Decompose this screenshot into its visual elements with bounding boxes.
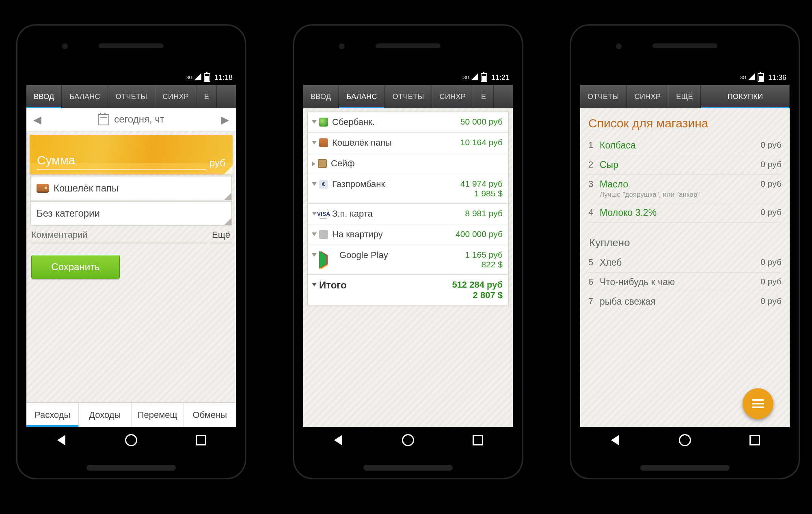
amount-placeholder: Сумма bbox=[37, 153, 206, 170]
account-row[interactable]: Сбербанк. 50 000 руб bbox=[308, 112, 508, 133]
nav-back-button[interactable] bbox=[329, 431, 348, 449]
account-name: Газпромбанк bbox=[332, 179, 460, 189]
save-button[interactable]: Сохранить bbox=[31, 255, 120, 279]
nav-home-button[interactable] bbox=[676, 431, 694, 449]
bank-gpb-icon bbox=[319, 180, 328, 189]
item-subtitle: Лучше "доярушка", или "анкор" bbox=[600, 191, 757, 199]
speaker-slit bbox=[652, 43, 717, 48]
tab-balance[interactable]: БАЛАНС bbox=[339, 85, 384, 108]
btab-transfer[interactable]: Перемещ bbox=[132, 403, 184, 427]
list-item[interactable]: 6 Что-нибудь к чаю 0 руб bbox=[588, 273, 782, 292]
total-row[interactable]: Итого 512 284 руб 2 807 $ bbox=[308, 275, 508, 305]
item-number: 3 bbox=[588, 179, 600, 189]
account-row[interactable]: На квартиру 400 000 руб bbox=[308, 224, 508, 245]
camera-dot bbox=[62, 43, 68, 49]
amount-currency: руб bbox=[209, 157, 225, 169]
fab-menu-button[interactable] bbox=[743, 388, 773, 419]
tab-reports[interactable]: ОТЧЕТЫ bbox=[580, 85, 627, 108]
account-amount: 822 $ bbox=[465, 260, 503, 269]
date-next-button[interactable]: ▶ bbox=[218, 113, 232, 127]
accounts-list: Сбербанк. 50 000 руб Кошелёк папы 10 164… bbox=[307, 112, 509, 306]
tab-reports[interactable]: ОТЧЕТЫ bbox=[108, 85, 155, 108]
wallet-icon bbox=[319, 138, 328, 147]
date-picker[interactable]: сегодня, чт bbox=[98, 114, 164, 126]
screen-3: 3G 11:36 ОТЧЕТЫ СИНХР ЕЩЁ ПОКУПКИ Список… bbox=[580, 70, 790, 427]
item-price: 0 руб bbox=[760, 257, 782, 267]
comment-more-button[interactable]: Ещё bbox=[210, 227, 232, 243]
battery-icon bbox=[204, 73, 210, 82]
nav-back-button[interactable] bbox=[606, 431, 624, 449]
google-play-icon bbox=[319, 251, 335, 269]
comment-input[interactable] bbox=[30, 227, 206, 243]
account-row[interactable]: Google Play 1 165 руб 822 $ bbox=[308, 245, 508, 275]
item-number: 6 bbox=[588, 277, 600, 287]
tab-purchases[interactable]: ПОКУПКИ bbox=[701, 85, 790, 108]
total-amount: 512 284 руб bbox=[452, 280, 503, 290]
list-item[interactable]: 4 Молоко 3.2% 0 руб bbox=[588, 203, 782, 223]
account-name: З.п. карта bbox=[332, 209, 465, 219]
category-select[interactable]: Без категории bbox=[30, 201, 232, 226]
menu-icon bbox=[752, 399, 764, 401]
account-row[interactable]: Сейф bbox=[308, 153, 508, 174]
item-price: 0 руб bbox=[760, 277, 782, 286]
nav-recent-button[interactable] bbox=[469, 431, 487, 449]
tab-more[interactable]: ЕЩЁ bbox=[668, 85, 701, 108]
tab-input[interactable]: ВВОД bbox=[26, 85, 62, 108]
balance-content: Сбербанк. 50 000 руб Кошелёк папы 10 164… bbox=[303, 108, 513, 427]
nav-home-button[interactable] bbox=[399, 431, 417, 449]
dropdown-corner-icon bbox=[224, 166, 233, 174]
home-bar bbox=[363, 465, 453, 471]
tab-more-cut[interactable]: Е bbox=[473, 85, 494, 108]
tab-reports[interactable]: ОТЧЕТЫ bbox=[385, 85, 432, 108]
list-item[interactable]: 1 Колбаса 0 руб bbox=[588, 136, 782, 155]
tab-sync[interactable]: СИНХР bbox=[155, 85, 197, 108]
list-item[interactable]: 3 Масло Лучше "доярушка", или "анкор" 0 … bbox=[588, 175, 782, 203]
item-number: 7 bbox=[588, 296, 600, 307]
account-amount: 50 000 руб bbox=[460, 117, 503, 126]
tab-sync[interactable]: СИНХР bbox=[432, 85, 473, 108]
phone-frame-3: 3G 11:36 ОТЧЕТЫ СИНХР ЕЩЁ ПОКУПКИ Список… bbox=[570, 24, 800, 479]
item-price: 0 руб bbox=[760, 140, 782, 150]
home-bar bbox=[640, 465, 730, 471]
dropdown-corner-icon bbox=[224, 218, 231, 225]
list-item[interactable]: 2 Сыр 0 руб bbox=[588, 155, 782, 175]
amount-input[interactable]: Сумма руб bbox=[30, 135, 233, 174]
tab-sync[interactable]: СИНХР bbox=[627, 85, 668, 108]
nav-home-button[interactable] bbox=[122, 431, 140, 449]
account-amount: 1 165 руб bbox=[465, 250, 503, 260]
account-row[interactable]: З.п. карта 8 981 руб bbox=[308, 204, 508, 224]
btab-income[interactable]: Доходы bbox=[79, 403, 131, 427]
item-price: 0 руб bbox=[760, 296, 782, 306]
account-name: Google Play bbox=[339, 250, 465, 260]
account-row[interactable]: Газпромбанк 41 974 руб 1 985 $ bbox=[308, 174, 508, 204]
nav-recent-button[interactable] bbox=[745, 431, 764, 449]
category-label: Без категории bbox=[37, 208, 100, 219]
status-clock: 11:21 bbox=[491, 73, 510, 82]
signal-icon bbox=[194, 73, 201, 82]
item-title: Молоко 3.2% bbox=[600, 207, 657, 218]
tab-balance[interactable]: БАЛАНС bbox=[62, 85, 108, 108]
dropdown-corner-icon bbox=[224, 193, 231, 200]
nav-back-button[interactable] bbox=[52, 431, 71, 449]
date-prev-button[interactable]: ◀ bbox=[30, 113, 44, 127]
item-number: 2 bbox=[588, 159, 600, 170]
camera-dot bbox=[339, 43, 345, 49]
btab-expenses[interactable]: Расходы bbox=[26, 403, 79, 427]
account-row[interactable]: Кошелёк папы 10 164 руб bbox=[308, 133, 508, 153]
chevron-down-icon bbox=[312, 253, 317, 257]
signal-label: 3G bbox=[740, 75, 746, 80]
account-select[interactable]: Кошелёк папы bbox=[30, 176, 232, 200]
bottom-tabs: Расходы Доходы Перемещ Обмены bbox=[26, 402, 236, 427]
screen-1: 3G 11:18 ВВОД БАЛАНС ОТЧЕТЫ СИНХР Е ◀ се… bbox=[26, 70, 236, 427]
list-item[interactable]: 5 Хлеб 0 руб bbox=[588, 253, 782, 273]
list-item[interactable]: 7 рыба свежая 0 руб bbox=[588, 292, 782, 311]
nav-recent-button[interactable] bbox=[192, 431, 210, 449]
android-nav-bar bbox=[580, 428, 790, 452]
phone-frame-1: 3G 11:18 ВВОД БАЛАНС ОТЧЕТЫ СИНХР Е ◀ се… bbox=[16, 24, 246, 479]
item-title: Сыр bbox=[600, 159, 618, 170]
btab-exchange[interactable]: Обмены bbox=[184, 403, 236, 427]
signal-icon bbox=[748, 73, 755, 82]
tab-more-cut[interactable]: Е bbox=[197, 85, 217, 108]
status-bar: 3G 11:36 bbox=[580, 70, 790, 85]
tab-input[interactable]: ВВОД bbox=[303, 85, 339, 108]
